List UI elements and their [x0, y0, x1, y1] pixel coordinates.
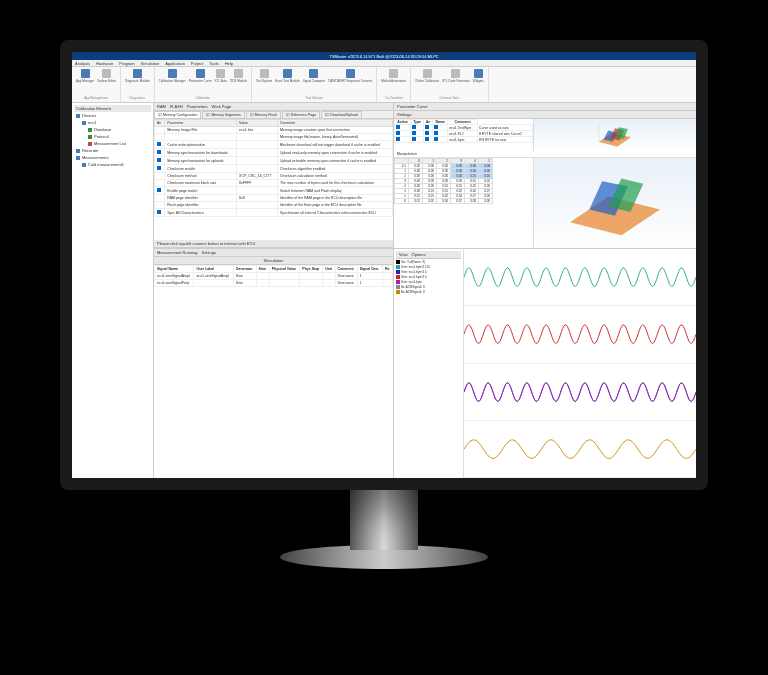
tree-panel: Calibration Element Devicesecu1DatabaseP… [72, 103, 154, 478]
tree-item[interactable]: Database [74, 126, 151, 133]
calib-tab[interactable]: ☑ Memory Segments [202, 111, 244, 118]
param-row[interactable]: Memory synchronization for uploadsUpload… [155, 157, 393, 165]
tree-header: Calibration Element [74, 105, 151, 112]
curve-list: ActiveTypeAnNameCommentecu1.TestByteCurv… [394, 119, 534, 151]
screen: TSMaster v2023.6.14.971 Built @2023-06-1… [72, 52, 696, 478]
ribbon-diagnostic-module[interactable]: Diagnostic Module [125, 69, 150, 83]
param-row[interactable]: Sync All CharacteristicsSynchronize all … [155, 209, 393, 217]
curve-title: Parameter Curve [394, 103, 696, 111]
tree-item[interactable]: Cold measurement1 [74, 161, 151, 168]
tree-item[interactable]: Devices [74, 112, 151, 119]
calib-tab[interactable]: ☑ Memory Flash [246, 111, 281, 118]
settings-button[interactable]: Settings [201, 250, 215, 255]
param-row[interactable]: Memory image file(maxim, binary, AutoGen… [155, 134, 393, 141]
signal-plot [464, 421, 696, 478]
param-row[interactable]: Enable page switchSwitch between RAM and… [155, 187, 393, 195]
calib-mode[interactable]: Parameters [187, 104, 208, 109]
menubar: AnalysisHardwareProgramSimulationApplica… [72, 60, 696, 67]
calib-header: RAMFLASHParametersWork Page [154, 103, 393, 111]
param-row[interactable]: Checksum maximum block size0xFFFFThe max… [155, 180, 393, 187]
calib-hint: Please click top-left connect button to … [154, 240, 393, 248]
calib-mode[interactable]: FLASH [170, 104, 183, 109]
stimulation-panel: Measurement Running Settings Stimulation… [154, 248, 394, 478]
signal-plot [464, 364, 696, 421]
ribbon-online-calibration[interactable]: Online Calibration [415, 69, 439, 83]
view-button[interactable]: View [399, 252, 408, 257]
signal-plot [464, 249, 696, 306]
signal-plot [464, 306, 696, 363]
param-row[interactable]: Checksum enableChecksum algorithm enable… [155, 165, 393, 173]
ribbon-app-manager[interactable]: App Manager [76, 69, 94, 83]
menu-analysis[interactable]: Analysis [75, 61, 90, 66]
param-row[interactable]: Memory Image Fileecu1.hexMemory image cr… [155, 127, 393, 134]
parameter-curve-panel: Parameter Curve Settings ActiveTypeAnNam… [394, 103, 696, 248]
options-button[interactable]: Options [412, 252, 426, 257]
calib-mode[interactable]: RAM [157, 104, 166, 109]
menu-program[interactable]: Program [119, 61, 134, 66]
tree-item[interactable]: Recorder [74, 147, 151, 154]
param-row[interactable]: Cache write optimizationBlockwise downlo… [155, 141, 393, 149]
calib-mode[interactable]: Work Page [211, 104, 231, 109]
calib-tab[interactable]: ☑ Memory Configuration [154, 111, 201, 118]
tree-item[interactable]: Protocol [74, 133, 151, 140]
curve-toolbar: Settings [394, 111, 696, 119]
param-row[interactable]: RAM page identifier0x0Identifier of the … [155, 195, 393, 202]
legend-item[interactable]: fbc.ACRSignalL 0 [396, 289, 461, 294]
ribbon-can/canfd-sequence-transmit[interactable]: CAN/CANFD Sequence Transmit [328, 69, 372, 83]
stim-title: Stimulation [154, 257, 393, 265]
ribbon-widgets[interactable]: Widgets [473, 69, 484, 83]
calib-tabs: ☑ Memory Configuration☑ Memory Segments☑… [154, 111, 393, 119]
curve-matrix[interactable]: 0123450.10.000.000.000.000.000.0010.000.… [394, 158, 534, 248]
tree-item[interactable]: Measurement List [74, 140, 151, 147]
parameter-table: AnParameterValueCommentMemory Image File… [154, 119, 393, 240]
manipulation-label: Manipulation [394, 151, 696, 158]
menu-hardware[interactable]: Hardware [96, 61, 113, 66]
ribbon-toolbox-editor[interactable]: Toolbox Editor [97, 69, 116, 83]
menu-simulation[interactable]: Simulation [141, 61, 160, 66]
stim-row[interactable]: ecu1.sineSignalFreqSineSine wave1 [155, 280, 393, 287]
ribbon-test-system[interactable]: Test System [256, 69, 272, 83]
calib-tab[interactable]: ☑ Download/Upload [321, 111, 362, 118]
ribbon-excel-test-module[interactable]: Excel Test Module [275, 69, 299, 83]
curve-3d-chart-2 [534, 158, 696, 248]
menu-project[interactable]: Project [191, 61, 203, 66]
ribbon-odx-module[interactable]: ODX Module [230, 69, 247, 83]
calibration-panel: RAMFLASHParametersWork Page ☑ Memory Con… [154, 103, 394, 248]
curve-3d-chart [534, 119, 696, 151]
graphics-legend: View Options Var. Y=f(Name: X)Sine: ecu1… [394, 249, 464, 478]
stim-header: Measurement Running Settings [154, 249, 393, 257]
param-row[interactable]: Memory synchronization for downloadsUplo… [155, 149, 393, 157]
ribbon-signal-comparer[interactable]: Signal Comparer [303, 69, 326, 83]
param-row[interactable]: Checksum methodXCP_CRC_16_CITTChecksum c… [155, 173, 393, 180]
ribbon-parameter-curve[interactable]: Parameter Curve [189, 69, 212, 83]
stim-row[interactable]: ecu1.sineSignalAmplecu1.sineSignalAmplSi… [155, 273, 393, 280]
calib-tab[interactable]: ☑ Reference Page [282, 111, 320, 118]
curve-row[interactable]: ecu1.byte8*8 BYTE no axis [395, 137, 533, 143]
graphics-panel: View Options Var. Y=f(Name: X)Sine: ecu1… [394, 248, 696, 478]
ribbon: App ManagerToolbox EditorApp ManagementD… [72, 67, 696, 103]
graphics-plots [464, 249, 696, 478]
settings-button[interactable]: Settings [397, 112, 411, 117]
menu-application[interactable]: Application [165, 61, 185, 66]
stim-table[interactable]: Signal NameUser LabelGeneratorStimPhysic… [154, 265, 393, 287]
menu-tools[interactable]: Tools [209, 61, 218, 66]
tree-item[interactable]: Measurements [74, 154, 151, 161]
ribbon-stl-code-generator[interactable]: STL Code Generator [442, 69, 470, 83]
menu-help[interactable]: Help [225, 61, 233, 66]
ribbon-matlab-automation[interactable]: Matlab Automation [381, 69, 406, 83]
titlebar: TSMaster v2023.6.14.971 Built @2023-06-1… [72, 52, 696, 60]
tree-item[interactable]: ecu1 [74, 119, 151, 126]
monitor-frame: TSMaster v2023.6.14.971 Built @2023-06-1… [60, 40, 708, 490]
ribbon-calibration-manager[interactable]: Calibration Manager [159, 69, 186, 83]
ribbon-stl-auto[interactable]: STL Auto [215, 69, 227, 83]
param-row[interactable]: Flash page identifierIdentifier of the f… [155, 202, 393, 209]
